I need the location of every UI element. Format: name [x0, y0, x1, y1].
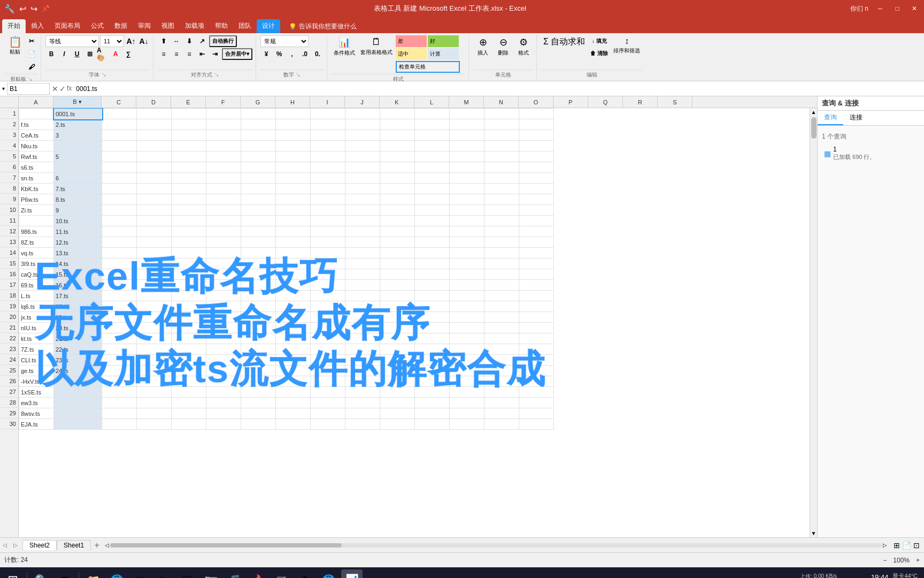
cell-19-4[interactable]: [172, 301, 206, 312]
cell-7-4[interactable]: [172, 173, 206, 184]
tab-team[interactable]: 团队: [233, 19, 257, 33]
taskbar-security[interactable]: 🛡: [176, 569, 198, 578]
cell-4-7[interactable]: [276, 141, 311, 151]
cell-21-a[interactable]: nIU.ts: [19, 323, 54, 333]
cell-13-6[interactable]: [241, 237, 276, 248]
font-name-select[interactable]: 等线: [45, 35, 99, 47]
bad-style[interactable]: 差: [396, 35, 427, 47]
cell-17-b[interactable]: 16.ts: [54, 280, 102, 291]
cell-13-12[interactable]: [450, 237, 484, 248]
cell-2-14[interactable]: [519, 119, 554, 130]
redo-btn[interactable]: ↪: [30, 4, 37, 14]
cell-30-3[interactable]: [137, 419, 172, 430]
cell-4-2[interactable]: [102, 141, 137, 151]
taskbar-icon6[interactable]: 📷: [200, 569, 221, 578]
cell-27-b[interactable]: [54, 387, 102, 398]
cell-9-5[interactable]: [206, 194, 241, 205]
cell-18-4[interactable]: [172, 291, 206, 301]
cell-16-2[interactable]: [102, 269, 137, 280]
cell-15-b[interactable]: 14.ts: [54, 258, 102, 269]
cell-17-9[interactable]: [345, 280, 380, 291]
cell-8-10[interactable]: [380, 184, 415, 194]
row-num-13[interactable]: 13: [0, 237, 18, 247]
cell-18-3[interactable]: [137, 291, 172, 301]
cell-12-12[interactable]: [450, 226, 484, 237]
cell-22-4[interactable]: [172, 333, 206, 344]
cell-9-9[interactable]: [345, 194, 380, 205]
cell-28-12[interactable]: [450, 398, 484, 408]
cell-6-12[interactable]: [450, 162, 484, 173]
cell-18-b[interactable]: 17.ts: [54, 291, 102, 301]
cell-21-3[interactable]: [137, 323, 172, 333]
panel-tab-connection[interactable]: 连接: [843, 111, 869, 125]
cell-4-5[interactable]: [206, 141, 241, 151]
taskbar-icon11[interactable]: 🌐: [318, 569, 339, 578]
cell-18-8[interactable]: [311, 291, 345, 301]
row-num-27[interactable]: 27: [0, 386, 18, 397]
cell-26-14[interactable]: [519, 376, 554, 387]
col-header-l[interactable]: L: [414, 96, 449, 108]
cell-10-5[interactable]: [206, 205, 241, 216]
cell-15-9[interactable]: [345, 258, 380, 269]
tab-review[interactable]: 审阅: [133, 19, 156, 33]
cell-5-9[interactable]: [345, 151, 380, 162]
cell-16-11[interactable]: [415, 269, 450, 280]
align-center-btn[interactable]: ≡: [171, 48, 182, 60]
zoom-in-btn[interactable]: +: [916, 557, 920, 564]
cell-13-4[interactable]: [172, 237, 206, 248]
cell-2-9[interactable]: [345, 119, 380, 130]
cell-1-9[interactable]: [345, 109, 380, 119]
cell-10-3[interactable]: [137, 205, 172, 216]
h-scroll-right[interactable]: ▷: [883, 542, 887, 548]
font-size-select[interactable]: 11: [100, 35, 124, 47]
neutral-style[interactable]: 适中: [396, 48, 427, 60]
cell-23-6[interactable]: [241, 344, 276, 355]
cell-24-10[interactable]: [380, 355, 415, 366]
cell-21-5[interactable]: [206, 323, 241, 333]
cell-28-3[interactable]: [137, 398, 172, 408]
cell-10-14[interactable]: [519, 205, 554, 216]
cell-29-10[interactable]: [380, 408, 415, 419]
taskbar-icon7[interactable]: 🎵: [224, 569, 245, 578]
cell-5-b[interactable]: 5: [54, 151, 102, 162]
cell-25-9[interactable]: [345, 366, 380, 376]
sheet-tab-sheet2[interactable]: Sheet2: [22, 540, 57, 550]
h-scroll-left[interactable]: ◁: [105, 542, 109, 548]
cell-4-8[interactable]: [311, 141, 345, 151]
cell-13-7[interactable]: [276, 237, 311, 248]
cell-11-14[interactable]: [519, 216, 554, 226]
cell-5-6[interactable]: [241, 151, 276, 162]
cell-15-6[interactable]: [241, 258, 276, 269]
text-angle-btn[interactable]: ↗: [196, 35, 208, 47]
cell-17-8[interactable]: [311, 280, 345, 291]
tab-help[interactable]: 帮助: [210, 19, 233, 33]
cell-11-12[interactable]: [450, 216, 484, 226]
cell-28-11[interactable]: [415, 398, 450, 408]
cell-29-a[interactable]: 8wsv.ts: [19, 408, 54, 419]
name-box-arrow[interactable]: ▾: [2, 86, 5, 92]
cell-14-11[interactable]: [415, 248, 450, 258]
cell-20-5[interactable]: [206, 312, 241, 323]
cell-26-6[interactable]: [241, 376, 276, 387]
align-middle-btn[interactable]: ↔: [171, 35, 182, 47]
cell-28-8[interactable]: [311, 398, 345, 408]
pin-btn[interactable]: 📌: [42, 5, 50, 12]
cell-21-2[interactable]: [102, 323, 137, 333]
cell-20-6[interactable]: [241, 312, 276, 323]
cell-16-3[interactable]: [137, 269, 172, 280]
cell-15-5[interactable]: [206, 258, 241, 269]
cell-7-8[interactable]: [311, 173, 345, 184]
cell-3-8[interactable]: [311, 130, 345, 141]
cell-16-12[interactable]: [450, 269, 484, 280]
cell-14-4[interactable]: [172, 248, 206, 258]
cell-20-3[interactable]: [137, 312, 172, 323]
cell-10-11[interactable]: [415, 205, 450, 216]
cell-15-11[interactable]: [415, 258, 450, 269]
cell-15-a[interactable]: 3I9.ts: [19, 258, 54, 269]
cell-5-a[interactable]: Rwf.ts: [19, 151, 54, 162]
sheet-prev-btn[interactable]: ◁: [0, 541, 10, 550]
min-button[interactable]: ─: [875, 3, 886, 14]
row-num-11[interactable]: 11: [0, 215, 18, 226]
cell-22-2[interactable]: [102, 333, 137, 344]
cell-20-b[interactable]: 19.ts: [54, 312, 102, 323]
